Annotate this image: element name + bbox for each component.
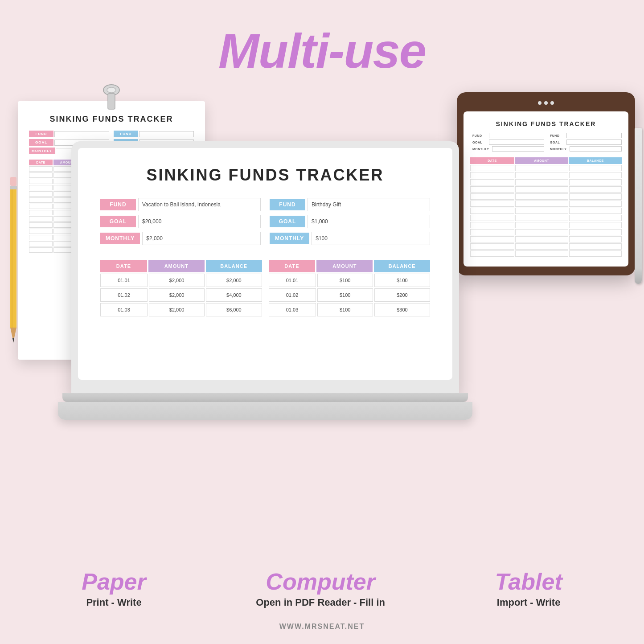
tablet-cell xyxy=(569,186,622,193)
tracker-fund-row-2: FUND Birthday Gift xyxy=(270,198,430,211)
tablet-cell xyxy=(515,222,568,228)
table-row: 01.02 $2,000 $4,000 xyxy=(100,288,262,302)
paper-date-header-1: DATE xyxy=(29,160,53,165)
tablet-label-group: Tablet Import - Write xyxy=(495,570,562,608)
camera-dot xyxy=(538,101,541,105)
tablet-cell xyxy=(515,215,568,221)
tablet-cell xyxy=(569,222,622,228)
tablet-cell xyxy=(470,229,514,235)
laptop-title: SINKING FUNDS TRACKER xyxy=(100,166,430,185)
table-cell-balance: $200 xyxy=(374,288,430,302)
table-cell-balance: $2,000 xyxy=(206,274,262,287)
tablet-cell xyxy=(470,243,514,250)
website-footer: WWW.MRSNEAT.NET xyxy=(279,623,365,631)
tablet-cell xyxy=(470,201,514,207)
paper-label-group: Paper Print - Write xyxy=(82,570,146,608)
table-cell-date: 01.01 xyxy=(269,274,316,287)
tablet-cell xyxy=(470,215,514,221)
laptop-base xyxy=(62,393,468,402)
tablet-goal-row-2: GOAL xyxy=(548,139,622,145)
camera-dot xyxy=(544,101,548,105)
list-item xyxy=(470,172,622,178)
tablet-cell xyxy=(515,243,568,250)
tablet-cell xyxy=(470,208,514,214)
tablet-fund-line-1 xyxy=(489,133,544,138)
tablet-container: SINKING FUNDS TRACKER FUND GOAL xyxy=(457,92,635,275)
tablet-camera xyxy=(464,101,628,105)
paper-cell xyxy=(29,216,53,222)
tablet-fund-row-2: FUND xyxy=(548,133,622,138)
tablet-fund-line-2 xyxy=(566,133,622,138)
tablet-cell xyxy=(569,236,622,242)
tracker-monthly-row-1: MONTHLY $2,000 xyxy=(100,232,261,245)
svg-point-1 xyxy=(107,87,116,93)
tracker-fund-row-1: FUND Vacation to Bali island, Indonesia xyxy=(100,198,261,211)
tracker-table-section: DATE AMOUNT BALANCE 01.01 $2,000 $2,000 … xyxy=(100,260,430,318)
tracker-amount-header-1: AMOUNT xyxy=(148,260,205,272)
tracker-table-1: DATE AMOUNT BALANCE 01.01 $2,000 $2,000 … xyxy=(100,260,262,318)
list-item xyxy=(470,193,622,200)
tablet-fund-label-2: FUND xyxy=(548,133,566,138)
paper-cell xyxy=(29,179,53,184)
list-item xyxy=(470,243,622,250)
paper-fund-row-1: FUND xyxy=(29,131,109,137)
tablet-cell xyxy=(569,201,622,207)
tablet-cell xyxy=(515,236,568,242)
list-item xyxy=(470,215,622,221)
tablet-cell xyxy=(470,236,514,242)
table-cell-balance: $6,000 xyxy=(206,303,262,316)
tablet-goal-line-2 xyxy=(566,139,622,145)
tablet-cell xyxy=(569,165,622,171)
paper-cell xyxy=(29,235,53,240)
bottom-labels: Paper Print - Write Computer Open in PDF… xyxy=(0,570,644,608)
paper-label-title: Paper xyxy=(82,570,146,593)
tracker-monthly-value-1: $2,000 xyxy=(142,232,261,245)
tracker-monthly-label-2: MONTHLY xyxy=(270,233,309,244)
table-cell-amount: $2,000 xyxy=(149,303,205,316)
tablet-cell xyxy=(515,193,568,200)
paper-cell xyxy=(29,172,53,178)
list-item xyxy=(470,222,622,228)
tracker-amount-header-2: AMOUNT xyxy=(316,260,373,272)
paper-cell xyxy=(29,210,53,215)
tablet-cell xyxy=(569,250,622,257)
tablet-fund-label-1: FUND xyxy=(470,133,488,138)
list-item xyxy=(470,250,622,257)
computer-label-subtitle: Open in PDF Reader - Fill in xyxy=(256,597,385,608)
tracker-fund-label-2: FUND xyxy=(270,199,305,210)
list-item xyxy=(470,186,622,193)
tablet-goal-row-1: GOAL xyxy=(470,139,544,145)
computer-label-title: Computer xyxy=(256,570,385,593)
tablet-goal-line-1 xyxy=(489,139,544,145)
tracker-fund-label-1: FUND xyxy=(100,199,136,210)
tablet-cell xyxy=(515,250,568,257)
tablet-cell xyxy=(569,215,622,221)
tablet-cell xyxy=(515,172,568,178)
tablet-title: SINKING FUNDS TRACKER xyxy=(470,120,622,127)
tablet-cell xyxy=(569,243,622,250)
tracker-table-header-2: DATE AMOUNT BALANCE xyxy=(269,260,431,272)
camera-dot xyxy=(550,101,554,105)
table-cell-balance: $300 xyxy=(374,303,430,316)
tablet-field-group-2: FUND GOAL MONTHLY xyxy=(548,133,622,153)
tablet-label-subtitle: Import - Write xyxy=(495,597,562,608)
tracker-goal-row-2: GOAL $1,000 xyxy=(270,215,430,228)
tracker-fields: FUND Vacation to Bali island, Indonesia … xyxy=(100,198,430,249)
tablet-cell xyxy=(515,201,568,207)
tablet-cell xyxy=(515,165,568,171)
tablet-frame: SINKING FUNDS TRACKER FUND GOAL xyxy=(457,92,635,275)
list-item xyxy=(470,229,622,235)
table-row: 01.03 $100 $300 xyxy=(269,303,431,316)
tracker-monthly-value-2: $100 xyxy=(312,232,430,245)
tablet-cell xyxy=(470,250,514,257)
table-cell-amount: $2,000 xyxy=(149,274,205,287)
tablet-fields: FUND GOAL MONTHLY xyxy=(470,133,622,153)
tracker-goal-label-2: GOAL xyxy=(270,216,305,227)
svg-rect-2 xyxy=(108,94,115,109)
tablet-cell xyxy=(470,193,514,200)
tablet-balance-header: BALANCE xyxy=(569,157,622,164)
tracker-goal-row-1: GOAL $20,000 xyxy=(100,215,261,228)
tracker-date-header-2: DATE xyxy=(269,260,316,272)
tablet-cell xyxy=(569,193,622,200)
tracker-monthly-row-2: MONTHLY $100 xyxy=(270,232,430,245)
